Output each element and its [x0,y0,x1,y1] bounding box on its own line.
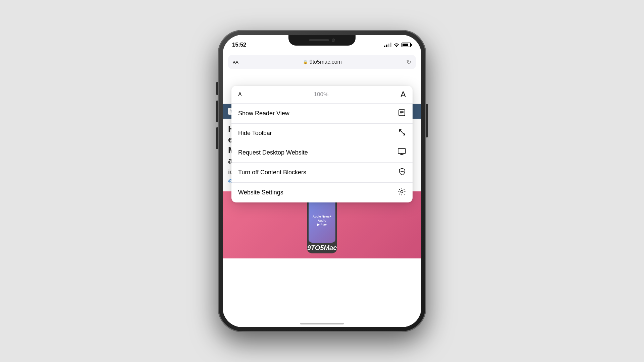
status-time: 15:52 [232,42,246,48]
request-desktop-item[interactable]: Request Desktop Website [231,143,413,163]
svg-point-21 [401,191,403,193]
content-blockers-label: Turn off Content Blockers [238,169,306,176]
shield-icon [398,168,406,177]
battery-icon [401,43,412,47]
show-reader-view-item[interactable]: Show Reader View [231,104,413,124]
font-decrease-button[interactable]: A [238,92,242,98]
font-increase-button[interactable]: A [400,90,406,99]
website-settings-item[interactable]: Website Settings [231,183,413,202]
signal-icon [384,43,391,47]
hide-toolbar-label: Hide Toolbar [238,130,272,137]
svg-line-15 [399,130,402,132]
request-desktop-label: Request Desktop Website [238,149,308,156]
wifi-icon [393,42,399,48]
browser-area: AA 🔒 9to5mac.com ↻ 9 [223,52,421,327]
hide-toolbar-item[interactable]: Hide Toolbar [231,124,413,143]
front-camera [332,39,335,42]
show-reader-view-label: Show Reader View [238,110,289,117]
notch [288,35,356,46]
content-blockers-item[interactable]: Turn off Content Blockers [231,163,413,183]
browser-menu-popup: A 100% A Show Reader View [231,86,413,202]
svg-line-16 [402,133,405,135]
reader-view-icon [398,109,406,118]
phone-mockup: 15:52 [218,30,426,332]
monitor-icon [398,148,406,157]
website-settings-label: Website Settings [238,189,283,196]
status-icons [384,42,412,48]
gear-icon [398,188,406,197]
svg-rect-17 [398,148,406,154]
font-size-row: A 100% A [231,86,413,104]
phone-screen: 15:52 [223,35,421,327]
resize-icon [398,129,406,138]
font-percent-label: 100% [314,91,328,98]
power-button [426,104,428,137]
speaker [309,39,329,41]
